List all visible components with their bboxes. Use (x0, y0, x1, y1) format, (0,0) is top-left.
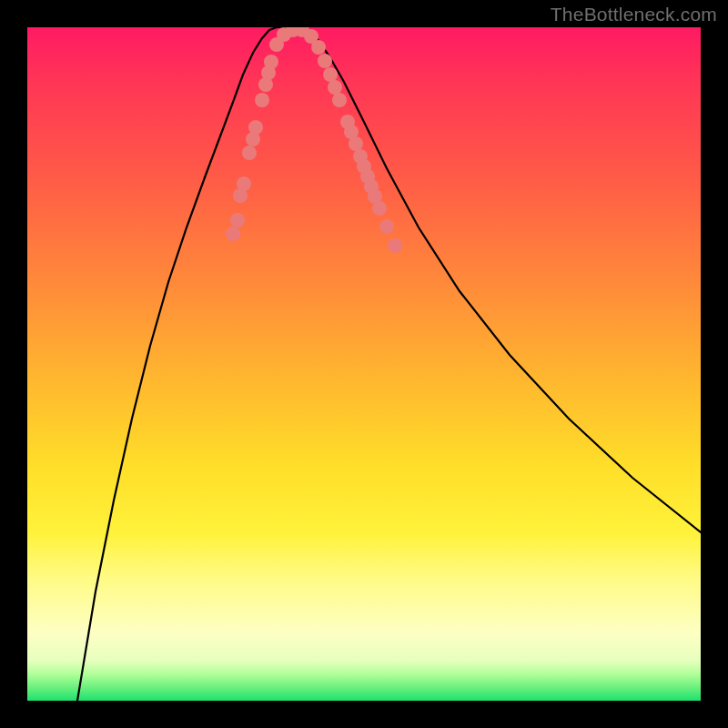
data-marker (237, 177, 251, 191)
data-marker (242, 146, 257, 160)
data-marker (332, 93, 347, 107)
data-marker (323, 67, 338, 82)
plot-area (27, 27, 701, 701)
data-marker (226, 227, 240, 241)
data-marker (379, 219, 394, 234)
data-marker (328, 80, 342, 95)
data-marker (248, 120, 263, 135)
data-marker (318, 54, 332, 68)
data-marker (349, 136, 363, 151)
bottleneck-curve (77, 27, 701, 701)
data-marker (311, 40, 326, 55)
data-marker (372, 201, 387, 216)
chart-frame: TheBottleneck.com (0, 0, 728, 728)
curve-path (77, 27, 701, 701)
chart-svg (27, 27, 701, 701)
data-marker (388, 238, 402, 253)
watermark-text: TheBottleneck.com (551, 4, 717, 25)
data-marker (255, 93, 269, 107)
data-markers (226, 27, 402, 253)
data-marker (230, 213, 245, 228)
data-marker (264, 55, 278, 69)
